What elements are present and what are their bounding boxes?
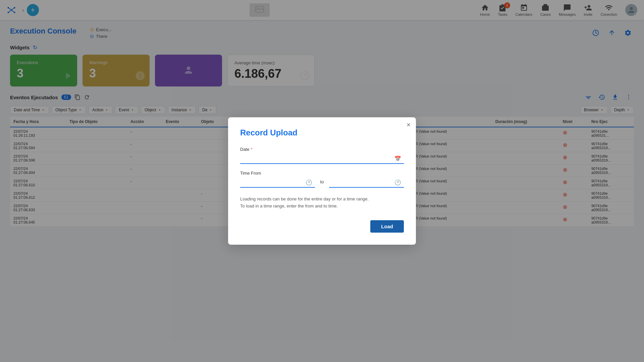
modal-footer: Load: [240, 220, 404, 233]
time-from-label: Time From: [240, 171, 315, 176]
time-from-field: Time From 🕐: [240, 171, 315, 188]
modal-hint: Loading records can be done for the enti…: [240, 196, 404, 210]
calendar-icon[interactable]: 📅: [394, 156, 401, 162]
modal-hint-line1: Loading records can be done for the enti…: [240, 196, 369, 201]
modal-overlay: × Record Upload Date * 📅 Time From 🕐 t: [0, 0, 644, 362]
time-from-input-wrap: 🕐: [240, 178, 315, 188]
time-row: Time From 🕐 to 🕐: [240, 171, 404, 188]
modal-hint-line2: To load in a time range, enter the from …: [240, 203, 338, 208]
time-to-input-wrap: 🕐: [329, 178, 404, 188]
load-button[interactable]: Load: [370, 220, 404, 233]
time-from-icon[interactable]: 🕐: [306, 179, 312, 186]
date-input[interactable]: [240, 154, 404, 164]
modal-title: Record Upload: [240, 128, 404, 137]
date-input-wrap: 📅: [240, 154, 404, 164]
date-label: Date *: [240, 147, 404, 152]
time-to-input[interactable]: [329, 178, 404, 188]
time-from-input[interactable]: [240, 178, 315, 188]
time-to-icon[interactable]: 🕐: [394, 179, 401, 186]
date-field: Date * 📅: [240, 147, 404, 164]
modal-close-button[interactable]: ×: [407, 121, 411, 128]
required-indicator: *: [251, 147, 252, 152]
record-upload-modal: × Record Upload Date * 📅 Time From 🕐 t: [228, 117, 416, 245]
time-to-separator: to: [320, 179, 324, 188]
time-to-field: 🕐: [329, 178, 404, 188]
